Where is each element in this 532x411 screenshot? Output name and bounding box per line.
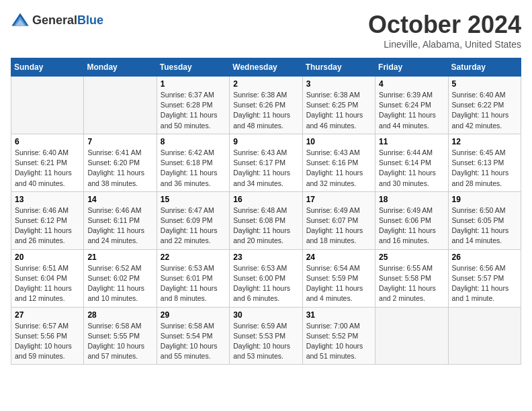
calendar-cell: 6Sunrise: 6:40 AMSunset: 6:21 PMDaylight… [11,134,84,191]
day-number: 15 [161,195,226,204]
calendar-header-row: SundayMondayTuesdayWednesdayThursdayFrid… [11,58,521,77]
calendar-header-wednesday: Wednesday [230,58,302,77]
calendar-cell: 20Sunrise: 6:51 AMSunset: 6:04 PMDayligh… [11,249,84,307]
calendar-cell: 22Sunrise: 6:53 AMSunset: 6:01 PMDayligh… [157,249,229,307]
day-info: Sunrise: 6:40 AMSunset: 6:22 PMDaylight:… [452,90,517,131]
logo: GeneralBlue [11,11,103,30]
calendar-header-thursday: Thursday [302,58,375,77]
calendar-week-1: 1Sunrise: 6:37 AMSunset: 6:28 PMDaylight… [11,77,521,134]
day-info: Sunrise: 6:44 AMSunset: 6:14 PMDaylight:… [379,148,444,189]
day-info: Sunrise: 6:48 AMSunset: 6:08 PMDaylight:… [233,205,298,246]
calendar-header-saturday: Saturday [448,58,521,77]
calendar-cell: 15Sunrise: 6:47 AMSunset: 6:09 PMDayligh… [157,191,229,249]
day-number: 16 [233,195,298,204]
page-title: October 2024 [368,11,521,39]
calendar-cell: 25Sunrise: 6:55 AMSunset: 5:58 PMDayligh… [375,249,448,307]
calendar-cell: 5Sunrise: 6:40 AMSunset: 6:22 PMDaylight… [448,77,521,134]
calendar-cell: 7Sunrise: 6:41 AMSunset: 6:20 PMDaylight… [84,134,157,191]
day-info: Sunrise: 6:47 AMSunset: 6:09 PMDaylight:… [161,205,226,246]
day-number: 2 [233,79,298,89]
day-number: 24 [306,253,371,262]
day-number: 27 [15,310,80,320]
calendar-cell: 30Sunrise: 6:59 AMSunset: 5:53 PMDayligh… [230,307,302,365]
calendar-week-3: 13Sunrise: 6:46 AMSunset: 6:12 PMDayligh… [11,191,521,249]
calendar-cell: 11Sunrise: 6:44 AMSunset: 6:14 PMDayligh… [375,134,448,191]
day-info: Sunrise: 6:41 AMSunset: 6:20 PMDaylight:… [87,148,152,189]
calendar-week-4: 20Sunrise: 6:51 AMSunset: 6:04 PMDayligh… [11,249,521,307]
day-number: 29 [161,310,226,320]
calendar-cell: 23Sunrise: 6:53 AMSunset: 6:00 PMDayligh… [230,249,302,307]
day-number: 12 [452,137,517,146]
logo-blue: Blue [77,13,103,27]
calendar-header-monday: Monday [84,58,157,77]
day-number: 25 [379,253,444,262]
day-info: Sunrise: 6:43 AMSunset: 6:17 PMDaylight:… [233,148,298,189]
calendar-cell: 4Sunrise: 6:39 AMSunset: 6:24 PMDaylight… [375,77,448,134]
day-number: 10 [306,137,371,146]
day-info: Sunrise: 6:43 AMSunset: 6:16 PMDaylight:… [306,148,371,189]
calendar-cell: 18Sunrise: 6:49 AMSunset: 6:06 PMDayligh… [375,191,448,249]
day-info: Sunrise: 6:38 AMSunset: 6:26 PMDaylight:… [233,90,298,131]
calendar-week-5: 27Sunrise: 6:57 AMSunset: 5:56 PMDayligh… [11,307,521,365]
day-number: 9 [233,137,298,146]
day-number: 26 [452,253,517,262]
day-info: Sunrise: 7:00 AMSunset: 5:52 PMDaylight:… [306,321,371,362]
day-info: Sunrise: 6:54 AMSunset: 5:59 PMDaylight:… [306,263,371,304]
title-block: October 2024 Lineville, Alabama, United … [368,11,521,50]
calendar-cell: 16Sunrise: 6:48 AMSunset: 6:08 PMDayligh… [230,191,302,249]
day-info: Sunrise: 6:56 AMSunset: 5:57 PMDaylight:… [452,263,517,304]
day-info: Sunrise: 6:49 AMSunset: 6:06 PMDaylight:… [379,205,444,246]
day-number: 8 [161,137,226,146]
day-info: Sunrise: 6:46 AMSunset: 6:11 PMDaylight:… [87,205,152,246]
calendar-cell: 27Sunrise: 6:57 AMSunset: 5:56 PMDayligh… [11,307,84,365]
day-number: 13 [15,195,80,204]
day-info: Sunrise: 6:55 AMSunset: 5:58 PMDaylight:… [379,263,444,304]
calendar-cell: 29Sunrise: 6:58 AMSunset: 5:54 PMDayligh… [157,307,229,365]
day-number: 22 [161,253,226,262]
calendar-cell [11,77,84,134]
day-number: 17 [306,195,371,204]
day-number: 31 [306,310,371,320]
day-info: Sunrise: 6:39 AMSunset: 6:24 PMDaylight:… [379,90,444,131]
day-info: Sunrise: 6:59 AMSunset: 5:53 PMDaylight:… [233,321,298,362]
day-number: 11 [379,137,444,146]
day-info: Sunrise: 6:45 AMSunset: 6:13 PMDaylight:… [452,148,517,189]
calendar-cell: 1Sunrise: 6:37 AMSunset: 6:28 PMDaylight… [157,77,229,134]
day-info: Sunrise: 6:53 AMSunset: 6:00 PMDaylight:… [233,263,298,304]
day-info: Sunrise: 6:42 AMSunset: 6:18 PMDaylight:… [161,148,226,189]
day-info: Sunrise: 6:40 AMSunset: 6:21 PMDaylight:… [15,148,80,189]
day-info: Sunrise: 6:38 AMSunset: 6:25 PMDaylight:… [306,90,371,131]
day-number: 19 [452,195,517,204]
calendar-cell: 8Sunrise: 6:42 AMSunset: 6:18 PMDaylight… [157,134,229,191]
day-number: 7 [87,137,152,146]
calendar-header-sunday: Sunday [11,58,84,77]
day-number: 1 [161,79,226,89]
calendar-cell: 9Sunrise: 6:43 AMSunset: 6:17 PMDaylight… [230,134,302,191]
day-number: 21 [87,253,152,262]
calendar-header-tuesday: Tuesday [157,58,229,77]
calendar-cell: 3Sunrise: 6:38 AMSunset: 6:25 PMDaylight… [302,77,375,134]
calendar-cell: 17Sunrise: 6:49 AMSunset: 6:07 PMDayligh… [302,191,375,249]
calendar-cell: 19Sunrise: 6:50 AMSunset: 6:05 PMDayligh… [448,191,521,249]
calendar-cell: 14Sunrise: 6:46 AMSunset: 6:11 PMDayligh… [84,191,157,249]
day-number: 23 [233,253,298,262]
calendar-cell [375,307,448,365]
day-info: Sunrise: 6:49 AMSunset: 6:07 PMDaylight:… [306,205,371,246]
calendar-cell: 13Sunrise: 6:46 AMSunset: 6:12 PMDayligh… [11,191,84,249]
day-number: 5 [452,79,517,89]
calendar-cell: 12Sunrise: 6:45 AMSunset: 6:13 PMDayligh… [448,134,521,191]
day-number: 14 [87,195,152,204]
calendar-cell: 10Sunrise: 6:43 AMSunset: 6:16 PMDayligh… [302,134,375,191]
day-info: Sunrise: 6:50 AMSunset: 6:05 PMDaylight:… [452,205,517,246]
calendar-cell: 21Sunrise: 6:52 AMSunset: 6:02 PMDayligh… [84,249,157,307]
calendar-cell: 24Sunrise: 6:54 AMSunset: 5:59 PMDayligh… [302,249,375,307]
calendar-cell: 28Sunrise: 6:58 AMSunset: 5:55 PMDayligh… [84,307,157,365]
day-number: 3 [306,79,371,89]
day-info: Sunrise: 6:46 AMSunset: 6:12 PMDaylight:… [15,205,80,246]
page-header: GeneralBlue October 2024 Lineville, Alab… [11,11,521,50]
logo-text: GeneralBlue [32,13,103,28]
calendar-cell: 26Sunrise: 6:56 AMSunset: 5:57 PMDayligh… [448,249,521,307]
calendar-cell: 31Sunrise: 7:00 AMSunset: 5:52 PMDayligh… [302,307,375,365]
day-info: Sunrise: 6:52 AMSunset: 6:02 PMDaylight:… [87,263,152,304]
day-info: Sunrise: 6:51 AMSunset: 6:04 PMDaylight:… [15,263,80,304]
